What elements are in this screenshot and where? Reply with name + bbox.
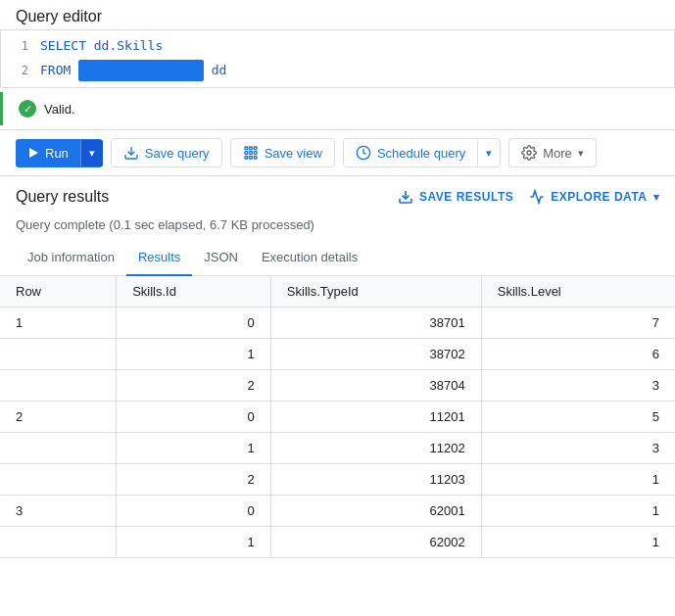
schedule-query-button[interactable]: Schedule query ▾ <box>343 138 501 167</box>
cell-skills-id: 1 <box>117 339 271 370</box>
tab-results[interactable]: Results <box>126 240 192 276</box>
schedule-query-main[interactable]: Schedule query <box>344 139 477 166</box>
run-button-main[interactable]: Run <box>16 139 80 167</box>
valid-banner: ✓ Valid. <box>0 92 675 125</box>
cell-row-number <box>0 339 117 370</box>
schedule-dropdown-arrow[interactable]: ▾ <box>477 141 500 166</box>
code-line-1: 1 SELECT dd.Skills <box>1 34 674 58</box>
more-label: More <box>543 146 572 161</box>
svg-rect-5 <box>245 152 248 155</box>
save-results-icon <box>398 189 413 205</box>
cell-skills-level: 3 <box>481 370 675 402</box>
results-title: Query results <box>16 188 109 206</box>
tab-job-information[interactable]: Job information <box>16 240 126 276</box>
valid-check-icon: ✓ <box>19 100 36 118</box>
code-space-3 <box>204 61 212 80</box>
gear-icon <box>521 145 537 161</box>
cell-skills-id: 0 <box>117 496 271 527</box>
cell-skills-level: 7 <box>481 308 675 339</box>
query-editor-label: Query editor <box>0 0 675 29</box>
explore-data-chevron: ▾ <box>653 191 660 204</box>
results-actions: SAVE RESULTS EXPLORE DATA ▾ <box>398 189 659 205</box>
results-tabs: Job information Results JSON Execution d… <box>0 240 675 276</box>
cell-skills-id: 0 <box>117 308 271 339</box>
schedule-query-label: Schedule query <box>377 146 465 161</box>
cell-skills-level: 1 <box>481 464 675 496</box>
col-header-row: Row <box>0 276 117 308</box>
cell-row-number <box>0 464 117 496</box>
svg-rect-2 <box>245 147 248 150</box>
tab-json[interactable]: JSON <box>192 240 250 276</box>
cell-row-number: 1 <box>0 308 117 339</box>
more-chevron-icon: ▾ <box>578 147 584 160</box>
code-space-2 <box>71 61 78 80</box>
line-number-1: 1 <box>9 36 28 56</box>
cell-skills-id: 1 <box>117 527 271 558</box>
table-row: 10387017 <box>0 308 675 339</box>
cell-skills-typeid: 11201 <box>270 402 481 433</box>
line-number-2: 2 <box>9 61 28 80</box>
cell-skills-typeid: 62002 <box>270 527 481 558</box>
cell-skills-level: 1 <box>481 527 675 558</box>
svg-rect-3 <box>249 147 252 150</box>
cell-skills-id: 2 <box>117 370 271 402</box>
save-results-button[interactable]: SAVE RESULTS <box>398 189 513 205</box>
cell-skills-typeid: 38701 <box>270 308 481 339</box>
code-alias-dd: dd <box>212 61 227 80</box>
col-header-skills-level: Skills.Level <box>481 276 675 308</box>
code-space-1 <box>86 36 94 56</box>
save-query-icon <box>123 145 139 161</box>
save-results-label: SAVE RESULTS <box>419 190 513 204</box>
tab-execution-details[interactable]: Execution details <box>250 240 369 276</box>
run-dropdown-arrow[interactable]: ▾ <box>80 140 103 166</box>
cell-row-number: 2 <box>0 402 117 433</box>
svg-rect-6 <box>249 152 252 155</box>
results-table: Row Skills.Id Skills.TypeId Skills.Level… <box>0 276 675 558</box>
code-table-ref <box>78 60 204 81</box>
explore-data-label: EXPLORE DATA <box>551 190 647 204</box>
col-header-skills-typeid: Skills.TypeId <box>270 276 481 308</box>
svg-rect-9 <box>249 156 252 159</box>
cell-row-number: 3 <box>0 496 117 527</box>
play-icon <box>27 147 39 159</box>
cell-skills-level: 1 <box>481 496 675 527</box>
more-button[interactable]: More ▾ <box>508 138 597 167</box>
explore-data-icon <box>529 189 545 205</box>
cell-row-number <box>0 527 117 558</box>
cell-skills-level: 3 <box>481 433 675 464</box>
code-editor[interactable]: 1 SELECT dd.Skills 2 FROM dd <box>0 29 675 88</box>
query-complete-message: Query complete (0.1 sec elapsed, 6.7 KB … <box>0 213 675 240</box>
results-section: Query results SAVE RESULTS EXPLORE DATA … <box>0 175 675 558</box>
cell-skills-typeid: 11203 <box>270 464 481 496</box>
cell-skills-level: 6 <box>481 339 675 370</box>
save-view-button[interactable]: Save view <box>230 138 335 167</box>
cell-skills-typeid: 62001 <box>270 496 481 527</box>
cell-skills-id: 2 <box>117 464 271 496</box>
schedule-icon <box>356 145 371 161</box>
toolbar: Run ▾ Save query Save view <box>0 129 675 175</box>
svg-marker-0 <box>29 148 38 158</box>
valid-text: Valid. <box>44 102 75 117</box>
keyword-select: SELECT <box>40 36 86 56</box>
run-button[interactable]: Run ▾ <box>16 139 103 167</box>
keyword-from: FROM <box>40 61 71 80</box>
svg-rect-4 <box>254 147 257 150</box>
table-row: 2112031 <box>0 464 675 496</box>
cell-skills-id: 0 <box>117 402 271 433</box>
table-row: 1112023 <box>0 433 675 464</box>
cell-skills-typeid: 11202 <box>270 433 481 464</box>
table-header-row: Row Skills.Id Skills.TypeId Skills.Level <box>0 276 675 308</box>
table-row: 20112015 <box>0 402 675 433</box>
results-header: Query results SAVE RESULTS EXPLORE DATA … <box>0 176 675 213</box>
svg-point-12 <box>527 151 531 155</box>
run-label: Run <box>45 146 69 161</box>
table-row: 1387026 <box>0 339 675 370</box>
save-query-button[interactable]: Save query <box>111 138 222 167</box>
save-query-label: Save query <box>145 146 210 161</box>
table-row: 2387043 <box>0 370 675 402</box>
cell-skills-typeid: 38704 <box>270 370 481 402</box>
svg-rect-10 <box>254 156 257 159</box>
cell-skills-typeid: 38702 <box>270 339 481 370</box>
explore-data-button[interactable]: EXPLORE DATA ▾ <box>529 189 659 205</box>
svg-rect-8 <box>245 156 248 159</box>
